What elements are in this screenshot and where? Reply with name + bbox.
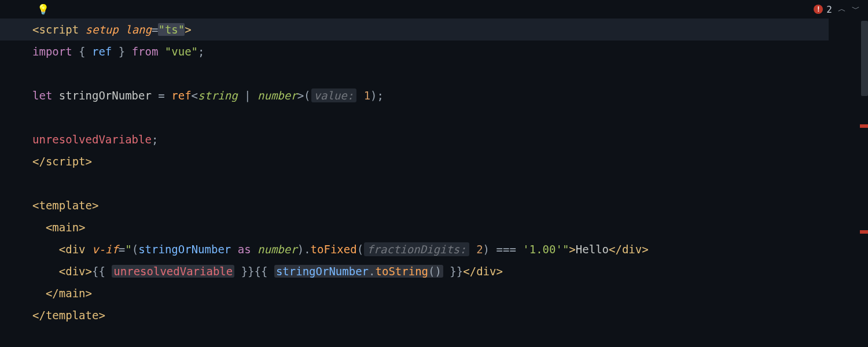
code-line[interactable]: <main>: [32, 216, 868, 238]
code-line[interactable]: <div>{{ unresolvedVariable }}{{ stringOr…: [32, 260, 868, 282]
scrollbar-thumb[interactable]: [861, 21, 868, 96]
error-count: 2: [826, 4, 832, 15]
prev-problem-icon[interactable]: ︿: [838, 4, 846, 14]
code-line[interactable]: <script setup lang="ts">: [0, 19, 829, 40]
code-line[interactable]: import { ref } from "vue";: [32, 40, 868, 62]
error-marker[interactable]: [860, 230, 868, 234]
code-editor[interactable]: 💡 ! 2 ︿ ﹀ <script setup lang="ts"> impor…: [0, 0, 868, 347]
code-line[interactable]: </script>: [32, 150, 868, 172]
code-line[interactable]: let stringOrNumber = ref<string | number…: [32, 84, 868, 106]
editor-top-bar: 💡 ! 2 ︿ ﹀: [0, 0, 868, 19]
code-line[interactable]: <div v-if="(stringOrNumber as number).to…: [32, 238, 868, 260]
scrollbar[interactable]: [861, 19, 868, 347]
code-line[interactable]: [32, 172, 868, 194]
inlay-hint: value:: [311, 88, 357, 102]
problems-panel: ! 2 ︿ ﹀: [814, 4, 860, 15]
error-marker[interactable]: [860, 124, 868, 128]
unresolved-variable: unresolvedVariable: [32, 133, 152, 146]
code-line[interactable]: unresolvedVariable;: [32, 128, 868, 150]
error-indicator[interactable]: ! 2: [814, 4, 832, 15]
code-line[interactable]: </main>: [32, 282, 868, 304]
lightbulb-icon[interactable]: 💡: [37, 3, 49, 15]
code-line[interactable]: [32, 106, 868, 128]
error-icon: !: [814, 5, 823, 14]
code-line[interactable]: [32, 62, 868, 84]
code-area[interactable]: <script setup lang="ts"> import { ref } …: [0, 19, 868, 326]
inlay-hint: fractionDigits:: [364, 242, 469, 256]
next-problem-icon[interactable]: ﹀: [852, 4, 860, 14]
unresolved-variable: unresolvedVariable: [113, 265, 233, 278]
code-line[interactable]: </template>: [32, 304, 868, 326]
code-line[interactable]: <template>: [32, 194, 868, 216]
